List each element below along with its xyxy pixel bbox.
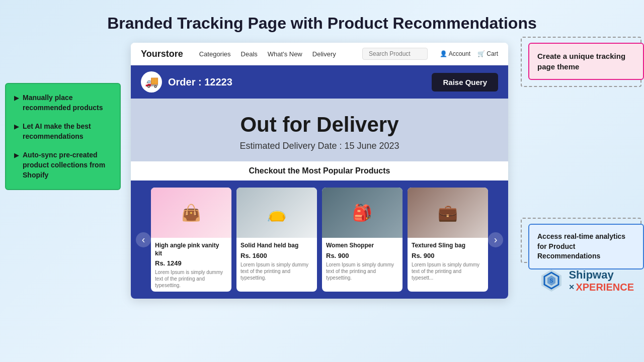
list-item: ▶ Auto-sync pre-created product collecti…	[14, 150, 112, 180]
order-info: 🚚 Order : 12223	[141, 71, 232, 93]
cart-link[interactable]: 🛒 Cart	[477, 50, 498, 57]
store-mockup: Yourstore Categories Deals What's New De…	[131, 43, 508, 299]
product-desc-3: Lorem Ipsum is simply dummy text of the …	[326, 261, 398, 281]
logo-name: Shipway	[569, 268, 634, 282]
product-name-2: Solid Hand held bag	[240, 242, 313, 250]
nav-delivery[interactable]: Delivery	[312, 50, 336, 58]
product-image-3: 🎒	[322, 188, 403, 238]
nav-categories[interactable]: Categories	[199, 50, 231, 58]
list-item: ▶ Manually place recommended products	[14, 93, 112, 113]
logo-text-group: Shipway ✕ XPERIENCE	[569, 268, 634, 293]
products-section-title: Checkout the Most Popular Products	[131, 166, 508, 175]
products-carousel: ‹ 👜 High angle pink vanity kit Rs. 1249 …	[131, 180, 508, 299]
product-desc-1: Lorem Ipsum is simply dummy text of the …	[155, 269, 227, 289]
product-info-3: Women Shopper Rs. 900 Lorem Ipsum is sim…	[322, 238, 403, 284]
svg-text:S: S	[550, 278, 553, 284]
delivery-date: Estimated Delivery Date : 15 June 2023	[141, 141, 498, 151]
product-info-4: Textured Sling bag Rs. 900 Lorem Ipsum i…	[408, 238, 488, 284]
right-callout-top: Create a unique tracking page theme	[528, 43, 644, 80]
product-image-4: 💼	[408, 188, 488, 238]
products-section: Checkout the Most Popular Products ‹ 👜 H…	[131, 161, 508, 299]
product-price-1: Rs. 1249	[155, 259, 227, 267]
shipway-logo-icon: S	[538, 267, 565, 294]
product-image-1: 👜	[151, 188, 231, 238]
product-name-3: Women Shopper	[326, 242, 398, 250]
product-name-4: Textured Sling bag	[412, 242, 484, 250]
arrow-icon: ▶	[14, 123, 19, 131]
left-callout-box: ▶ Manually place recommended products ▶ …	[5, 83, 121, 190]
carousel-next-button[interactable]: ›	[488, 232, 503, 247]
right-callout-bottom: Access real-time analytics for Product R…	[528, 224, 644, 269]
product-price-4: Rs. 900	[412, 252, 484, 259]
logo-sub: XPERIENCE	[576, 282, 634, 293]
store-logo: Yourstore	[141, 49, 183, 59]
nav-whats-new[interactable]: What's New	[268, 50, 302, 58]
left-callout-list: ▶ Manually place recommended products ▶ …	[14, 93, 112, 180]
product-card-3[interactable]: 🎒 Women Shopper Rs. 900 Lorem Ipsum is s…	[322, 188, 403, 292]
nav-links: Categories Deals What's New Delivery	[199, 50, 350, 58]
delivery-status: Out for Delivery	[141, 113, 498, 137]
product-info-1: High angle pink vanity kit Rs. 1249 Lore…	[151, 238, 231, 292]
product-desc-4: Lorem Ipsum is simply dummy text of the …	[412, 261, 484, 281]
product-info-2: Solid Hand held bag Rs. 1600 Lorem Ipsum…	[236, 238, 317, 284]
product-card-2[interactable]: 👝 Solid Hand held bag Rs. 1600 Lorem Ips…	[236, 188, 317, 292]
carousel-prev-button[interactable]: ‹	[136, 232, 151, 247]
arrow-icon: ▶	[14, 94, 19, 103]
product-price-3: Rs. 900	[326, 252, 398, 259]
search-input[interactable]	[362, 48, 428, 60]
logo-area: S Shipway ✕ XPERIENCE	[538, 267, 634, 294]
product-desc-2: Lorem Ipsum is simply dummy text of the …	[240, 261, 313, 281]
product-image-2: 👝	[236, 188, 317, 238]
order-banner: 🚚 Order : 12223 Raise Query	[131, 65, 508, 99]
store-navbar: Yourstore Categories Deals What's New De…	[131, 43, 508, 65]
arrow-icon: ▶	[14, 151, 19, 160]
product-card-4[interactable]: 💼 Textured Sling bag Rs. 900 Lorem Ipsum…	[408, 188, 488, 292]
order-icon: 🚚	[141, 71, 162, 93]
product-price-2: Rs. 1600	[240, 252, 313, 259]
delivery-hero: Out for Delivery Estimated Delivery Date…	[131, 99, 508, 161]
raise-query-button[interactable]: Raise Query	[432, 73, 498, 92]
list-item: ▶ Let AI make the best recommendations	[14, 122, 112, 141]
product-card-1[interactable]: 👜 High angle pink vanity kit Rs. 1249 Lo…	[151, 188, 231, 292]
order-number: Order : 12223	[168, 76, 232, 88]
nav-deals[interactable]: Deals	[241, 50, 258, 58]
product-name-1: High angle pink vanity kit	[155, 242, 227, 257]
account-link[interactable]: 👤 Account	[440, 50, 470, 57]
nav-actions: 👤 Account 🛒 Cart	[440, 50, 498, 57]
callout-pink: Create a unique tracking page theme	[528, 43, 644, 80]
products-grid: 👜 High angle pink vanity kit Rs. 1249 Lo…	[151, 188, 488, 292]
callout-blue: Access real-time analytics for Product R…	[528, 224, 644, 269]
